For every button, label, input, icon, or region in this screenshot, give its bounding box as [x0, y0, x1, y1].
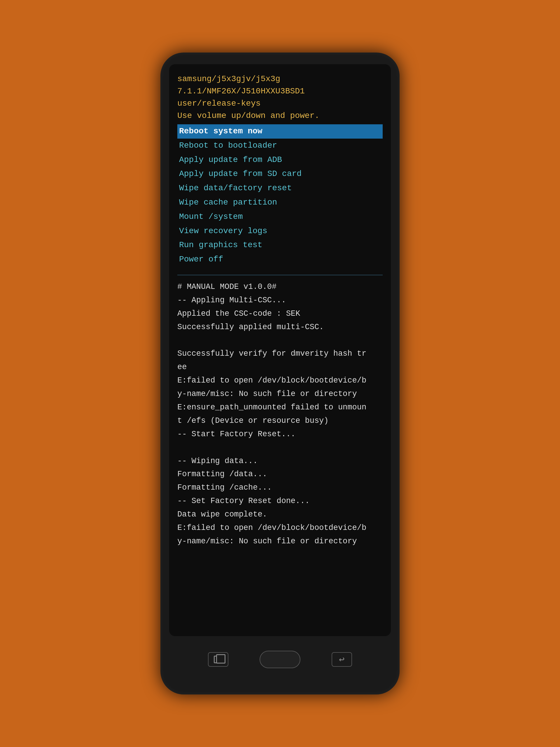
phone-screen: samsung/j5x3gjv/j5x3g 7.1.1/NMF26X/J510H… [169, 64, 391, 636]
log-line-1: -- Appling Multi-CSC... [177, 294, 383, 307]
log-line-17: Data wipe complete. [177, 508, 383, 521]
log-line-9: E:ensure_path_unmounted failed to unmoun [177, 401, 383, 414]
menu-item-1[interactable]: Reboot to bootloader [177, 138, 383, 153]
header-line2: 7.1.1/NMF26X/J510HXXU3BSD1 [177, 87, 305, 96]
log-line-19: y-name/misc: No such file or directory [177, 535, 383, 548]
menu-divider [177, 275, 383, 275]
recent-apps-button[interactable] [208, 652, 229, 667]
log-line-16: -- Set Factory Reset done... [177, 495, 383, 508]
menu-item-3[interactable]: Apply update from SD card [177, 167, 383, 181]
log-line-7: E:failed to open /dev/block/bootdevice/b [177, 374, 383, 387]
log-line-3: Successfully applied multi-CSC. [177, 321, 383, 334]
log-line-4 [177, 334, 383, 347]
recent-apps-icon [214, 656, 222, 663]
log-line-12 [177, 441, 383, 455]
home-button[interactable] [260, 651, 300, 668]
menu-item-7[interactable]: View recovery logs [177, 224, 383, 238]
menu-item-8[interactable]: Run graphics test [177, 238, 383, 252]
log-line-10: t /efs (Device or resource busy) [177, 414, 383, 428]
log-line-13: -- Wiping data... [177, 455, 383, 468]
header-info: samsung/j5x3gjv/j5x3g 7.1.1/NMF26X/J510H… [177, 73, 383, 122]
bottom-navigation: ↩ [169, 642, 391, 677]
menu-item-5[interactable]: Wipe cache partition [177, 196, 383, 210]
menu-item-2[interactable]: Apply update from ADB [177, 153, 383, 167]
log-line-14: Formatting /data... [177, 468, 383, 481]
log-line-11: -- Start Factory Reset... [177, 428, 383, 441]
log-line-2: Applied the CSC-code : SEK [177, 307, 383, 321]
recovery-menu: Reboot system nowReboot to bootloaderApp… [177, 124, 383, 267]
menu-item-0[interactable]: Reboot system now [177, 124, 383, 138]
phone-device: samsung/j5x3gjv/j5x3g 7.1.1/NMF26X/J510H… [160, 53, 400, 694]
header-line1: samsung/j5x3gjv/j5x3g [177, 74, 280, 83]
log-line-18: E:failed to open /dev/block/bootdevice/b [177, 521, 383, 535]
log-line-5: Successfully verify for dmverity hash tr [177, 347, 383, 361]
log-line-8: y-name/misc: No such file or directory [177, 387, 383, 401]
back-button[interactable]: ↩ [331, 652, 352, 667]
header-line4: Use volume up/down and power. [177, 111, 319, 120]
menu-item-9[interactable]: Power off [177, 252, 383, 267]
back-icon: ↩ [339, 654, 344, 665]
log-line-0: # MANUAL MODE v1.0.0# [177, 280, 383, 294]
log-line-6: ee [177, 361, 383, 374]
menu-item-6[interactable]: Mount /system [177, 210, 383, 224]
log-output: # MANUAL MODE v1.0.0#-- Appling Multi-CS… [177, 280, 383, 548]
menu-item-4[interactable]: Wipe data/factory reset [177, 181, 383, 196]
log-line-15: Formatting /cache... [177, 481, 383, 495]
header-line3: user/release-keys [177, 99, 261, 108]
